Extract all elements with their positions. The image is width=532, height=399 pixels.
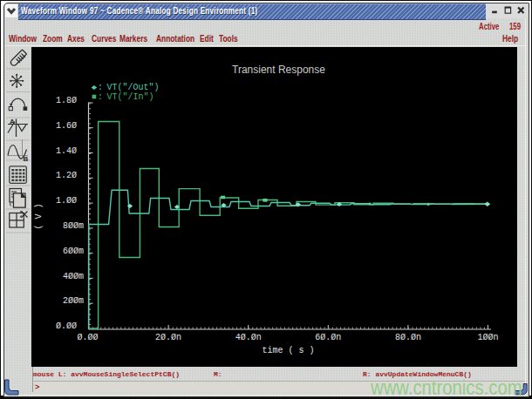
svg-text:B: B	[24, 155, 29, 163]
svg-text:( V ): ( V )	[34, 203, 44, 229]
svg-text:1.4Ø: 1.4Ø	[56, 145, 77, 155]
svg-text:2Ø.Øn: 2Ø.Øn	[155, 333, 181, 342]
svg-text:6Ø.Øn: 6Ø.Øn	[315, 333, 341, 342]
svg-text:Ø.ØØ: Ø.ØØ	[77, 333, 98, 342]
svg-text:1.6Ø: 1.6Ø	[56, 120, 77, 130]
svg-text:2ØØm: 2ØØm	[63, 296, 84, 306]
svg-text:Ø.ØØ: Ø.ØØ	[56, 321, 77, 331]
svg-text:1.8Ø: 1.8Ø	[56, 96, 77, 105]
svg-text::: :	[98, 83, 103, 92]
svg-text:A: A	[10, 118, 15, 125]
svg-text:VT("/In"): VT("/In")	[107, 92, 154, 102]
svg-text:1ØØn: 1ØØn	[477, 333, 498, 342]
svg-text:VT("/Out"): VT("/Out")	[107, 83, 160, 92]
svg-text:1.2Ø: 1.2Ø	[56, 171, 77, 180]
svg-text:6ØØm: 6ØØm	[63, 246, 84, 255]
svg-text:8Ø.Øn: 8Ø.Øn	[395, 333, 421, 342]
svg-text:8ØØm: 8ØØm	[63, 220, 84, 230]
svg-text::: :	[98, 92, 103, 102]
svg-text:Transient Response: Transient Response	[232, 63, 325, 75]
svg-text:1.ØØ: 1.ØØ	[56, 196, 77, 206]
svg-text:time ( s ): time ( s )	[262, 346, 314, 355]
svg-text:4Ø.Øn: 4Ø.Øn	[235, 333, 262, 342]
svg-text:4ØØm: 4ØØm	[63, 271, 84, 281]
